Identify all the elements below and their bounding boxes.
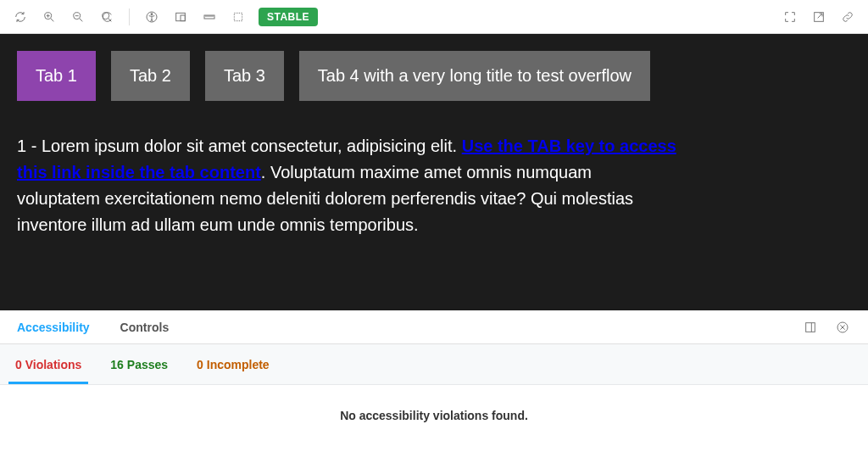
zoom-reset-icon[interactable] [93,3,120,31]
zoom-out-icon[interactable] [64,3,92,31]
sidebar-toggle-icon[interactable] [798,315,822,339]
toolbar-left: STABLE [7,3,318,31]
tab-4[interactable]: Tab 4 with a very long title to test ove… [299,51,650,101]
subtab-incomplete[interactable]: 0 Incomplete [195,346,271,383]
content-text: 1 - Lorem ipsum dolor sit amet consectet… [17,137,462,155]
close-icon[interactable] [831,315,854,339]
fullscreen-icon[interactable] [776,3,804,31]
zoom-in-icon[interactable] [36,3,63,31]
subtab-passes[interactable]: 16 Passes [108,346,170,383]
toolbar-right [776,3,861,31]
measure-icon[interactable] [196,3,223,31]
panel-actions [798,315,854,339]
open-external-icon[interactable] [805,3,832,31]
svg-rect-8 [234,13,242,20]
viewport-icon[interactable] [167,3,194,31]
svg-point-4 [151,13,153,14]
tab-panel: 1 - Lorem ipsum dolor sit amet consectet… [17,101,678,238]
addon-panel-tabs: Accessibility Controls [0,310,868,344]
toolbar: STABLE [0,0,868,34]
preview-canvas: Tab 1 Tab 2 Tab 3 Tab 4 with a very long… [0,34,868,310]
tab-controls[interactable]: Controls [117,312,173,343]
empty-state: No accessibility violations found. [0,385,868,446]
refresh-icon[interactable] [7,3,34,31]
svg-rect-10 [806,322,815,332]
tab-2[interactable]: Tab 2 [111,51,190,101]
tab-accessibility[interactable]: Accessibility [14,312,93,343]
tab-1[interactable]: Tab 1 [17,51,96,101]
tab-3[interactable]: Tab 3 [205,51,284,101]
link-icon[interactable] [834,3,861,31]
svg-rect-6 [181,15,185,21]
divider [129,8,130,25]
outline-icon[interactable] [225,3,252,31]
a11y-subtabs: 0 Violations 16 Passes 0 Incomplete [0,344,868,385]
component-tabs: Tab 1 Tab 2 Tab 3 Tab 4 with a very long… [17,51,851,101]
status-badge: STABLE [259,8,318,26]
subtab-violations[interactable]: 0 Violations [14,346,83,383]
accessibility-icon[interactable] [138,3,165,31]
